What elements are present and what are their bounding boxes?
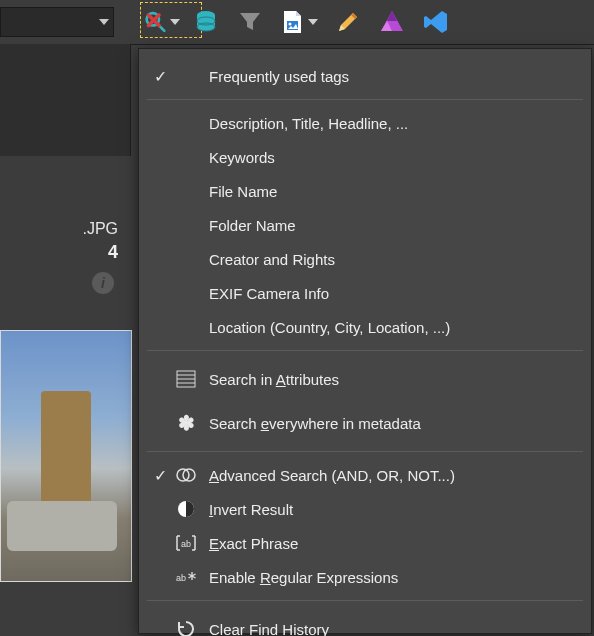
edit-button[interactable] (330, 4, 366, 40)
affinity-button[interactable] (374, 4, 410, 40)
menu-separator (147, 451, 583, 452)
menu-label: Exact Phrase (201, 535, 577, 552)
menu-item-filename[interactable]: File Name (139, 174, 591, 208)
menu-label: Folder Name (201, 217, 577, 234)
menu-label: Invert Result (201, 501, 577, 518)
menu-label: Keywords (201, 149, 577, 166)
menu-label: Search everywhere in metadata (201, 415, 577, 432)
menu-label: Clear Find History (201, 621, 577, 637)
affinity-icon (379, 9, 405, 35)
check-icon: ✓ (154, 466, 167, 485)
menu-label: Creator and Rights (201, 251, 577, 268)
vscode-icon (423, 9, 449, 35)
menu-item-clear-history[interactable]: Clear Find History (139, 607, 591, 636)
search-options-menu: ✓ Frequently used tags Description, Titl… (138, 48, 592, 634)
funnel-icon (237, 9, 263, 35)
menu-label: Location (Country, City, Location, ...) (201, 319, 577, 336)
menu-item-exif[interactable]: EXIF Camera Info (139, 276, 591, 310)
svg-text:ab: ab (181, 539, 191, 549)
menu-item-location[interactable]: Location (Country, City, Location, ...) (139, 310, 591, 344)
menu-separator (147, 600, 583, 601)
database-button[interactable] (188, 4, 224, 40)
file-count-label: 4 (108, 242, 118, 263)
regex-icon: ab (175, 569, 197, 585)
chevron-down-icon (99, 19, 109, 25)
filter-button[interactable] (232, 4, 268, 40)
file-extension-label: .JPG (82, 220, 118, 238)
menu-item-foldername[interactable]: Folder Name (139, 208, 591, 242)
menu-separator (147, 99, 583, 100)
asterisk-icon: ✽ (178, 411, 195, 435)
menu-label: Frequently used tags (201, 68, 577, 85)
chevron-down-icon (308, 19, 318, 25)
pencil-icon (335, 9, 361, 35)
menu-item-regex[interactable]: ab Enable Regular Expressions (139, 560, 591, 594)
undo-icon (176, 619, 196, 636)
thumbnail-image[interactable] (0, 330, 132, 582)
menu-label: EXIF Camera Info (201, 285, 577, 302)
left-panel: .JPG 4 i (0, 44, 130, 636)
document-image-icon (281, 9, 305, 35)
menu-label: Search in Attributes (201, 371, 577, 388)
menu-label: Advanced Search (AND, OR, NOT...) (201, 467, 577, 484)
menu-label: Description, Title, Headline, ... (201, 115, 577, 132)
check-icon: ✓ (154, 67, 167, 86)
venn-icon (176, 465, 196, 485)
menu-item-frequent-tags[interactable]: ✓ Frequently used tags (139, 59, 591, 93)
svg-point-8 (288, 23, 291, 26)
menu-item-advanced-search[interactable]: ✓ Advanced Search (AND, OR, NOT...) (139, 458, 591, 492)
menu-item-search-attributes[interactable]: Search in Attributes (139, 357, 591, 401)
vscode-button[interactable] (418, 4, 454, 40)
half-circle-icon (177, 500, 195, 518)
menu-item-invert-result[interactable]: Invert Result (139, 492, 591, 526)
panel-header-strip (0, 44, 131, 156)
svg-text:ab: ab (176, 573, 186, 583)
clear-search-button[interactable] (144, 4, 180, 40)
search-input[interactable] (0, 7, 114, 37)
chevron-down-icon (170, 19, 180, 25)
menu-label: File Name (201, 183, 577, 200)
info-icon[interactable]: i (92, 272, 114, 294)
menu-label: Enable Regular Expressions (201, 569, 577, 586)
menu-item-exact-phrase[interactable]: ab Exact Phrase (139, 526, 591, 560)
database-icon (193, 9, 219, 35)
clear-search-icon (144, 9, 167, 35)
menu-item-keywords[interactable]: Keywords (139, 140, 591, 174)
table-icon (176, 370, 196, 388)
app-root: .JPG 4 i ✓ Frequently used tags Descript… (0, 0, 594, 636)
menu-item-description[interactable]: Description, Title, Headline, ... (139, 106, 591, 140)
exact-phrase-icon: ab (175, 535, 197, 551)
menu-item-search-everywhere[interactable]: ✽ Search everywhere in metadata (139, 401, 591, 445)
open-with-button[interactable] (276, 4, 322, 40)
menu-item-creator[interactable]: Creator and Rights (139, 242, 591, 276)
toolbar (0, 0, 594, 45)
menu-separator (147, 350, 583, 351)
